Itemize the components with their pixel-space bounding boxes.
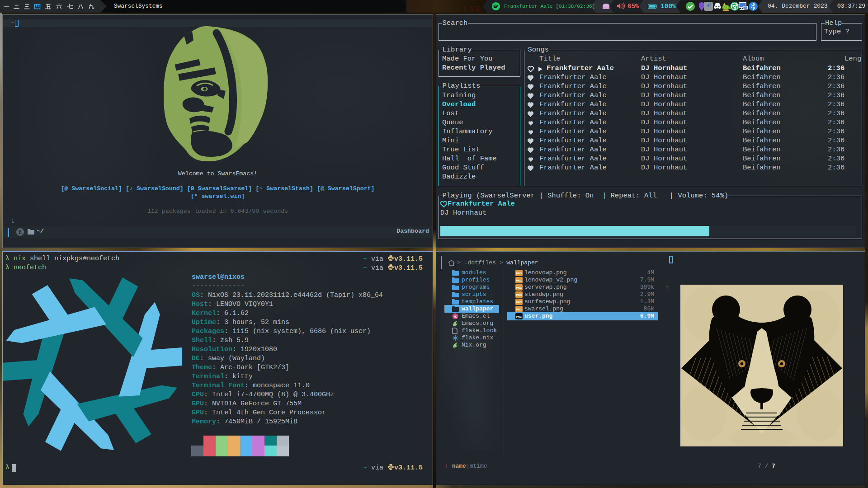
- svg-text:PNG: PNG: [516, 301, 522, 304]
- svg-text:PNG: PNG: [516, 279, 522, 282]
- svg-text:PNG: PNG: [516, 272, 522, 275]
- svg-text:PNG: PNG: [516, 308, 522, 311]
- svg-text:PNG: PNG: [516, 315, 522, 318]
- svg-text:PNG: PNG: [516, 294, 522, 296]
- svg-text:PNG: PNG: [516, 286, 522, 289]
